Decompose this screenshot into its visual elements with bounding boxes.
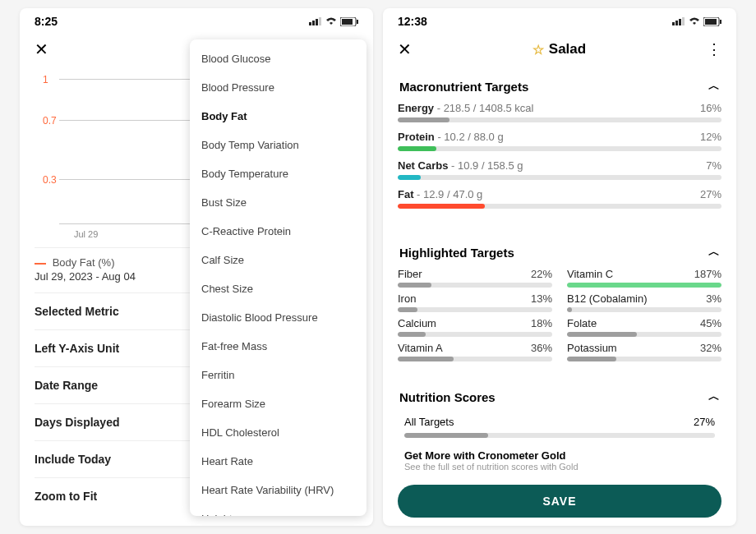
legend-swatch <box>35 263 46 265</box>
svg-rect-7 <box>672 22 675 25</box>
y-tick: 0.7 <box>43 115 57 127</box>
status-time: 8:25 <box>35 15 58 28</box>
status-icons <box>309 17 358 26</box>
svg-rect-0 <box>309 22 311 25</box>
svg-rect-3 <box>319 17 321 25</box>
metric-dropdown[interactable]: Blood GlucoseBlood PressureBody FatBody … <box>190 39 366 516</box>
dropdown-item[interactable]: Body Temperature <box>190 159 366 188</box>
highlighted-item: B12 (Cobalamin)3% <box>567 292 721 312</box>
signal-icon <box>672 17 685 25</box>
dropdown-item[interactable]: HDL Cholesterol <box>190 418 366 447</box>
highlighted-item: Folate45% <box>567 317 721 337</box>
dropdown-item[interactable]: Body Fat <box>190 102 366 131</box>
page-title: ☆ Salad <box>532 41 586 58</box>
highlighted-item: Iron13% <box>398 292 552 312</box>
svg-rect-10 <box>682 17 685 25</box>
svg-rect-13 <box>720 20 721 24</box>
gold-upsell-sub: See the full set of nutrition scores wit… <box>398 462 721 472</box>
status-icons <box>672 17 721 26</box>
section-scores: Nutrition Scores ︿ All Targets 27% Get M… <box>394 378 725 476</box>
more-icon[interactable]: ⋮ <box>707 40 721 58</box>
svg-rect-1 <box>312 21 315 25</box>
macro-row: Fat - 12.9 / 47.0 g27% <box>398 188 721 209</box>
dropdown-item[interactable]: Fat-free Mass <box>190 332 366 361</box>
svg-rect-9 <box>679 19 681 25</box>
macro-row: Net Carbs - 10.9 / 158.5 g7% <box>398 159 721 180</box>
highlighted-item: Vitamin A36% <box>398 342 552 361</box>
close-icon[interactable]: ✕ <box>398 39 412 59</box>
save-button[interactable]: SAVE <box>398 485 721 518</box>
dropdown-item[interactable]: Height <box>190 504 366 516</box>
section-title: Macronutrient Targets <box>399 80 528 94</box>
chevron-up-icon[interactable]: ︿ <box>708 245 720 260</box>
section-macros: Macronutrient Targets ︿ Energy - 218.5 /… <box>394 67 725 222</box>
svg-rect-5 <box>342 19 353 25</box>
battery-icon <box>703 17 721 26</box>
gold-upsell-title: Get More with Cronometer Gold <box>398 444 721 462</box>
x-axis-label: Jul 29 <box>74 229 98 239</box>
macro-row: Energy - 218.5 / 1408.5 kcal16% <box>398 102 721 122</box>
y-tick: 1 <box>43 74 48 85</box>
dropdown-item[interactable]: Chest Size <box>190 274 366 303</box>
dropdown-item[interactable]: Calf Size <box>190 246 366 274</box>
dropdown-item[interactable]: Body Temp Variation <box>190 131 366 159</box>
signal-icon <box>309 17 322 25</box>
dropdown-item[interactable]: Ferritin <box>190 361 366 389</box>
highlighted-item: Potassium32% <box>567 342 721 361</box>
phone-left: 8:25 ✕ 1 0.7 0.3 Jul 29 Body Fat (%) Jul… <box>20 8 373 526</box>
section-title: Highlighted Targets <box>399 246 514 260</box>
phone-right: 12:38 ✕ ☆ Salad ⋮ Macronutrient Targets … <box>383 8 736 526</box>
dropdown-item[interactable]: Heart Rate <box>190 447 366 476</box>
close-icon[interactable]: ✕ <box>35 39 48 59</box>
highlighted-item: Fiber22% <box>398 268 552 288</box>
status-bar-left: 8:25 <box>20 8 373 31</box>
dropdown-item[interactable]: Bust Size <box>190 188 366 217</box>
wifi-icon <box>689 17 700 25</box>
dropdown-item[interactable]: Diastolic Blood Pressure <box>190 303 366 332</box>
wifi-icon <box>325 17 337 25</box>
score-label: All Targets <box>404 416 454 428</box>
dropdown-item[interactable]: Forearm Size <box>190 389 366 418</box>
chevron-up-icon[interactable]: ︿ <box>708 389 720 404</box>
score-pct: 27% <box>694 416 715 428</box>
topbar-right: ✕ ☆ Salad ⋮ <box>383 31 736 67</box>
dropdown-item[interactable]: Blood Glucose <box>190 44 366 73</box>
status-time: 12:38 <box>398 15 427 28</box>
star-icon[interactable]: ☆ <box>532 42 544 58</box>
macro-row: Protein - 10.2 / 88.0 g12% <box>398 131 721 151</box>
section-highlighted: Highlighted Targets ︿ Fiber22%Vitamin C1… <box>394 233 725 366</box>
chevron-up-icon[interactable]: ︿ <box>708 79 720 94</box>
section-title: Nutrition Scores <box>399 390 496 404</box>
svg-rect-12 <box>705 19 717 25</box>
highlighted-item: Calcium18% <box>398 317 552 337</box>
svg-rect-6 <box>357 20 358 24</box>
svg-rect-2 <box>316 19 318 25</box>
dropdown-item[interactable]: Heart Rate Variability (HRV) <box>190 476 366 504</box>
svg-rect-8 <box>675 21 678 25</box>
status-bar-right: 12:38 <box>383 8 736 31</box>
dropdown-item[interactable]: Blood Pressure <box>190 73 366 102</box>
dropdown-item[interactable]: C-Reactive Protein <box>190 217 366 246</box>
battery-icon <box>340 17 358 26</box>
y-tick: 0.3 <box>43 174 57 186</box>
highlighted-item: Vitamin C187% <box>567 268 721 288</box>
